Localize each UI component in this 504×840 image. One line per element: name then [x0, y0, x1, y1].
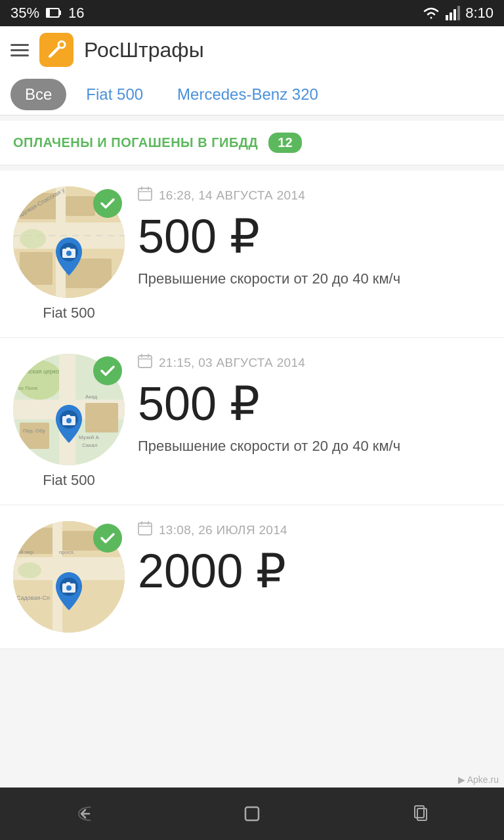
- notification-count: 16: [68, 5, 84, 22]
- fine-details-1: 16:28, 14 АВГУСТА 2014 500 ₽ Превышение …: [138, 186, 491, 322]
- svg-rect-5: [453, 9, 456, 20]
- svg-rect-3: [446, 15, 448, 20]
- svg-rect-1: [59, 10, 61, 15]
- menu-button[interactable]: [10, 44, 29, 56]
- fine-description-1: Превышение скорости от 20 до 40 км/ч: [138, 269, 491, 289]
- fine-details-3: 13:08, 26 ИЮЛЯ 2014 2000 ₽: [138, 521, 491, 633]
- fine-date-row-3: 13:08, 26 ИЮЛЯ 2014: [138, 521, 491, 539]
- fine-item[interactable]: ый пер. просп. Садовая-Сп: [0, 505, 504, 649]
- fine-date-3: 13:08, 26 ИЮЛЯ 2014: [159, 523, 287, 537]
- fine-date-row-1: 16:28, 14 АВГУСТА 2014: [138, 186, 491, 204]
- svg-rect-4: [450, 12, 452, 20]
- back-button[interactable]: [58, 794, 110, 833]
- svg-point-17: [20, 229, 46, 249]
- tab-bar: Все Fiat 500 Mercedes-Benz 320: [0, 74, 504, 116]
- section-count-badge: 12: [268, 133, 301, 153]
- svg-rect-42: [66, 415, 70, 417]
- section-header: ОПЛАЧЕНЫ И ПОГАШЕНЫ В ГИБДД 12: [0, 121, 504, 165]
- app-logo-icon: [45, 38, 68, 62]
- svg-rect-64: [245, 807, 259, 820]
- camera-pin-3: [53, 572, 85, 613]
- svg-rect-59: [66, 582, 70, 584]
- battery-icon: [46, 7, 62, 19]
- svg-text:просп.: просп.: [59, 549, 75, 555]
- svg-point-52: [18, 562, 41, 578]
- status-right: 8:10: [422, 5, 494, 22]
- fine-date-2: 21:15, 03 АВГУСТА 2014: [159, 356, 305, 370]
- svg-rect-2: [47, 9, 50, 16]
- toolbar: РосШтрафы: [0, 26, 504, 74]
- fine-details-2: 21:15, 03 АВГУСТА 2014 500 ₽ Превышение …: [138, 354, 491, 489]
- home-button[interactable]: [226, 794, 278, 833]
- svg-rect-23: [138, 188, 152, 200]
- wifi-icon: [422, 6, 440, 20]
- signal-icon: [446, 6, 460, 20]
- svg-rect-65: [415, 806, 424, 818]
- svg-text:ко Поле: ко Поле: [18, 385, 38, 391]
- svg-rect-34: [85, 403, 118, 432]
- svg-rect-43: [138, 356, 152, 368]
- fine-description-2: Превышение скорости от 20 до 40 км/ч: [138, 436, 491, 457]
- svg-point-28: [16, 360, 62, 400]
- svg-rect-6: [457, 6, 460, 20]
- tab-mercedesbenz320[interactable]: Mercedes-Benz 320: [163, 79, 333, 110]
- fine-map-container-3: ый пер. просп. Садовая-Сп: [13, 521, 125, 633]
- svg-rect-60: [138, 523, 152, 535]
- recents-button[interactable]: [394, 794, 446, 833]
- app-title: РосШтрафы: [84, 38, 204, 62]
- fines-list: Садовая-Спасская у: [0, 171, 504, 649]
- svg-text:ый пер.: ый пер.: [16, 549, 35, 555]
- svg-rect-11: [66, 196, 95, 216]
- svg-point-41: [66, 418, 72, 423]
- bottom-nav: [0, 788, 504, 840]
- tab-all[interactable]: Все: [10, 79, 66, 110]
- fine-map-container-2: нская церковь ко Поле Пер. Обу Акад Музе…: [13, 354, 125, 489]
- svg-rect-22: [66, 247, 70, 249]
- svg-point-58: [66, 585, 72, 591]
- app-logo: [39, 33, 74, 67]
- fine-map-container: Садовая-Спасская у: [13, 186, 125, 322]
- calendar-icon-3: [138, 521, 152, 539]
- svg-text:Садовая-Сп: Садовая-Сп: [16, 595, 50, 601]
- fine-amount-2: 500 ₽: [138, 378, 491, 430]
- svg-rect-12: [20, 252, 52, 285]
- svg-rect-33: [20, 423, 49, 449]
- fine-vehicle-1: Fiat 500: [13, 304, 125, 322]
- time: 8:10: [465, 5, 494, 22]
- svg-rect-66: [417, 808, 427, 820]
- calendar-icon-1: [138, 186, 152, 204]
- status-bar: 35% 16 8:10: [0, 0, 504, 26]
- svg-text:Пер. Обу: Пер. Обу: [23, 428, 45, 434]
- camera-pin-1: [53, 238, 85, 278]
- fine-item[interactable]: Садовая-Спасская у: [0, 171, 504, 338]
- camera-pin-2: [53, 405, 85, 446]
- svg-point-21: [66, 251, 72, 256]
- fine-item[interactable]: нская церковь ко Поле Пер. Обу Акад Музе…: [0, 338, 504, 505]
- section-title: ОПЛАЧЕНЫ И ПОГАШЕНЫ В ГИБДД: [13, 135, 258, 150]
- fine-vehicle-2: Fiat 500: [13, 472, 125, 489]
- watermark: ▶ Apke.ru: [458, 774, 499, 785]
- paid-badge-2: [93, 356, 122, 385]
- paid-badge-3: [93, 524, 122, 553]
- fine-amount-3: 2000 ₽: [138, 545, 491, 597]
- svg-text:Акад: Акад: [85, 394, 97, 400]
- fine-date-row-2: 21:15, 03 АВГУСТА 2014: [138, 354, 491, 371]
- battery-level: 35%: [10, 5, 39, 22]
- fine-amount-1: 500 ₽: [138, 211, 491, 262]
- fine-date-1: 16:28, 14 АВГУСТА 2014: [159, 188, 305, 203]
- calendar-icon-2: [138, 354, 152, 371]
- tab-fiat500[interactable]: Fiat 500: [72, 79, 158, 110]
- paid-badge-1: [93, 189, 122, 218]
